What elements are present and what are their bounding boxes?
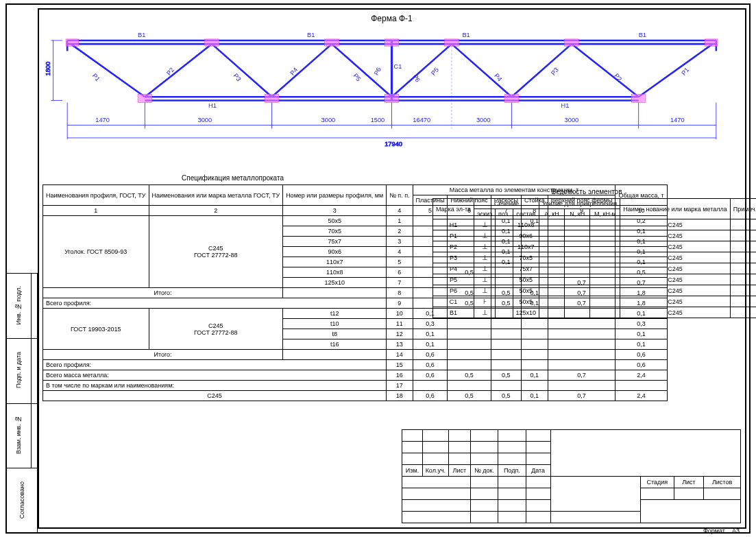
svg-line-13: [572, 44, 639, 97]
table-row: Р2⊥110x7С245: [433, 241, 757, 252]
svg-text:В1: В1: [639, 32, 646, 38]
svg-text:Р3: Р3: [232, 72, 242, 82]
svg-text:С1: С1: [394, 63, 402, 70]
svg-text:1800: 1800: [45, 62, 51, 76]
svg-rect-22: [504, 94, 519, 102]
svg-text:Р2: Р2: [165, 67, 175, 77]
section-sketch-icon: ⊥: [474, 230, 495, 241]
format-value: А3: [732, 527, 740, 534]
section-sketch-icon: ⊥: [474, 252, 495, 263]
binding-strip: Инв. № подл. Подп. и дата Взам. инв. № С…: [5, 273, 38, 534]
svg-rect-21: [385, 94, 399, 102]
svg-rect-27: [445, 39, 459, 46]
table-row: Р5⊥50x5С245: [433, 274, 757, 285]
svg-line-11: [332, 44, 391, 97]
section-sketch-icon: ⊥: [474, 274, 495, 285]
table-row: В том числе по маркам или наименованиям:…: [43, 381, 668, 391]
svg-text:3000: 3000: [476, 117, 491, 123]
elements-table: Марка эл-та Сечение Усилие для прикрепле…: [432, 198, 756, 318]
table-row: Итого:140,60,6: [43, 350, 668, 360]
elements-title: Ведомость элементов: [432, 188, 741, 195]
svg-text:Р6: Р6: [373, 67, 382, 77]
spec-table-block: Спецификация металлопроката Наименования…: [42, 171, 423, 401]
svg-text:1470: 1470: [670, 117, 685, 123]
svg-text:В1: В1: [462, 32, 470, 38]
svg-rect-26: [385, 39, 399, 46]
svg-rect-18: [705, 39, 718, 46]
bind-label: Согласовано: [19, 481, 25, 518]
spec-title: Спецификация металлопроката: [42, 174, 423, 182]
svg-rect-20: [265, 94, 279, 102]
table-row: Р4⊥75x7С245: [433, 263, 757, 274]
svg-text:Н1: Н1: [208, 102, 217, 109]
format-label: Формат: [703, 527, 725, 534]
svg-line-12: [639, 44, 713, 97]
title-block: Изм.Кол.уч.Лист№ док.Подп.Дата СтадияЛис…: [402, 429, 741, 523]
svg-text:3000: 3000: [321, 117, 336, 123]
svg-text:3000: 3000: [565, 117, 579, 123]
svg-text:17940: 17940: [385, 141, 402, 147]
table-row: В1⊥125x10С245: [433, 307, 757, 318]
table-row: Р6⊥50x5С245: [433, 285, 757, 296]
truss-drawing: Ферма Ф-1: [39, 10, 744, 164]
svg-line-14: [511, 44, 571, 97]
svg-text:1470: 1470: [95, 117, 110, 123]
table-row: Всего масса металла:160,60,50,50,10,72,4: [43, 370, 668, 381]
svg-text:Р3: Р3: [550, 67, 560, 77]
svg-line-10: [272, 44, 332, 97]
svg-text:Р5: Р5: [352, 72, 362, 82]
svg-text:Р6: Р6: [412, 73, 422, 84]
section-sketch-icon: ⊥: [474, 219, 495, 230]
svg-text:3000: 3000: [198, 117, 212, 123]
svg-line-8: [145, 44, 212, 97]
bind-label: Инв. № подл.: [15, 286, 22, 324]
svg-line-7: [71, 44, 145, 97]
svg-line-16: [392, 44, 452, 97]
section-sketch-icon: ⊥: [474, 307, 495, 318]
svg-line-9: [212, 44, 271, 97]
svg-rect-23: [631, 94, 646, 102]
svg-text:В1: В1: [307, 32, 315, 38]
svg-text:Р1: Р1: [91, 72, 101, 82]
svg-rect-25: [325, 39, 339, 46]
bind-label: Взам. инв. №: [15, 416, 22, 454]
svg-rect-28: [565, 39, 579, 46]
table-row: Н1⊥110x8С245: [433, 219, 757, 230]
drawing-title: Ферма Ф-1: [39, 14, 744, 23]
section-sketch-icon: ⊦: [474, 296, 495, 307]
section-sketch-icon: ⊥: [474, 263, 495, 274]
svg-text:1500: 1500: [371, 117, 385, 123]
section-sketch-icon: ⊥: [474, 285, 495, 296]
table-row: С245180,60,50,50,10,72,4: [43, 391, 668, 401]
svg-text:Р1: Р1: [680, 67, 690, 77]
table-row: С1⊦50x5С245: [433, 296, 757, 307]
table-row: Всего профиля:150,60,6: [43, 360, 668, 370]
svg-text:Р5: Р5: [430, 67, 440, 77]
section-sketch-icon: ⊥: [474, 241, 495, 252]
truss-svg: В1В1В1В1 Н1Н1 Р1 Р2 Р3 Р4 Р5 Р6 С1 Р6 Р5…: [39, 25, 744, 155]
svg-rect-24: [205, 39, 219, 46]
table-row: Р1⊥90x6С245: [433, 230, 757, 241]
table-row: Р3⊥70x5С245: [433, 252, 757, 263]
svg-rect-17: [66, 39, 79, 46]
svg-line-15: [452, 44, 511, 97]
svg-rect-19: [138, 94, 152, 102]
elements-table-block: Ведомость элементов Марка эл-та Сечение …: [432, 185, 741, 318]
bind-label: Подп. и дата: [15, 352, 22, 388]
svg-text:Н1: Н1: [561, 102, 569, 109]
svg-text:16470: 16470: [413, 117, 430, 123]
svg-text:Р2: Р2: [613, 72, 623, 82]
svg-text:В1: В1: [138, 32, 145, 38]
